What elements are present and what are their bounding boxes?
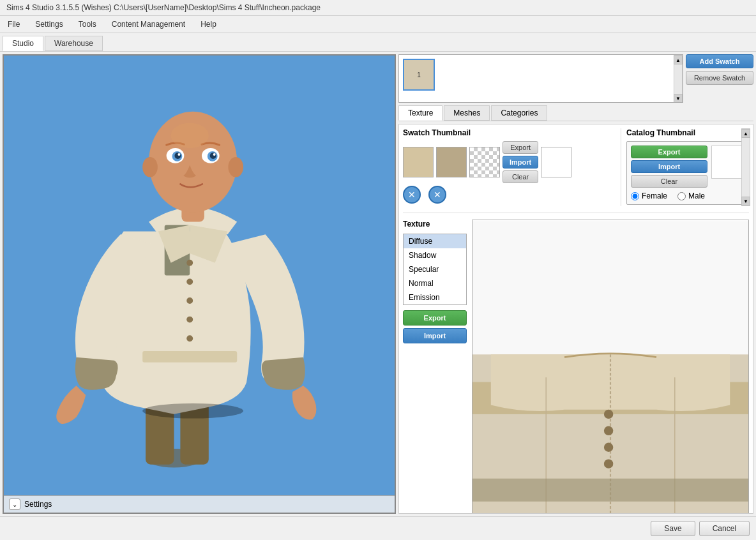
texture-bottom: Texture Diffuse Shadow Specular Normal E… (403, 220, 749, 514)
settings-chevron-btn[interactable]: ⌄ (9, 499, 20, 510)
texture-list-section: Texture Diffuse Shadow Specular Normal E… (403, 220, 467, 514)
save-button[interactable]: Save (651, 521, 695, 536)
tab-categories[interactable]: Categories (491, 105, 547, 121)
tab-warehouse[interactable]: Warehouse (45, 36, 103, 51)
texture-list: Diffuse Shadow Specular Normal Emission (403, 234, 467, 305)
catalog-scrollbar[interactable]: ▲ ▼ (741, 128, 750, 206)
main-content: ⌄ Settings 1 ▲ ▼ Add Swatch (0, 52, 756, 516)
catalog-clear-btn[interactable]: Clear (631, 175, 707, 188)
svg-point-7 (186, 317, 193, 323)
svg-point-34 (604, 426, 613, 435)
swatch-x-btn-1[interactable]: ✕ (403, 186, 421, 204)
texture-item-emission[interactable]: Emission (404, 290, 466, 304)
radio-male-input[interactable] (677, 192, 686, 200)
texture-preview-area (472, 220, 749, 514)
svg-point-12 (142, 157, 158, 177)
catalog-import-btn[interactable]: Import (631, 160, 707, 173)
bottom-bar: Save Cancel (0, 516, 756, 540)
radio-female-input[interactable] (631, 192, 639, 200)
menu-file[interactable]: File (5, 19, 22, 30)
character-model (4, 56, 395, 495)
svg-point-36 (604, 459, 613, 468)
swatch-item-1[interactable]: 1 (403, 59, 435, 91)
catalog-thumb-controls: Export Import Clear (631, 146, 745, 188)
swatch-thumb-shadow[interactable] (436, 147, 467, 177)
swatch-buttons: Add Swatch Remove Swatch (686, 54, 753, 103)
remove-swatch-button[interactable]: Remove Swatch (686, 71, 753, 85)
catalog-export-btn[interactable]: Export (631, 146, 707, 158)
svg-point-35 (604, 443, 613, 452)
catalog-thumb-preview[interactable] (711, 146, 745, 179)
add-swatch-button[interactable]: Add Swatch (686, 54, 753, 68)
scroll-down-btn[interactable]: ▼ (674, 94, 683, 103)
swatch-scrollbar[interactable]: ▲ ▼ (674, 55, 683, 103)
right-tabs-bar: Texture Meshes Categories (398, 105, 753, 121)
swatch-thumb-specular[interactable] (469, 147, 500, 177)
settings-label: Settings (24, 500, 52, 509)
swatch-icon-row: ✕ ✕ (403, 186, 616, 204)
svg-rect-9 (142, 351, 237, 363)
texture-export-btn[interactable]: Export (403, 310, 467, 326)
swatch-list: 1 (399, 55, 674, 102)
swatch-x-btn-2[interactable]: ✕ (428, 186, 446, 204)
scroll-up-btn[interactable]: ▲ (674, 56, 683, 64)
swatch-thumb-diffuse[interactable] (403, 147, 434, 177)
texture-section-title: Texture (403, 220, 467, 229)
viewport-settings-bar: ⌄ Settings (4, 495, 395, 513)
swatch-thumb-row: Export Import Clear (403, 141, 616, 183)
tab-texture[interactable]: Texture (398, 105, 442, 121)
svg-point-19 (210, 153, 216, 159)
cancel-button[interactable]: Cancel (699, 521, 750, 536)
catalog-thumbnail-area: Catalog Thumbnail Export Import Clear (621, 128, 749, 206)
swatch-thumbnail-area: Swatch Thumbnail Export Import Clear (403, 128, 621, 206)
swatch-area: 1 ▲ ▼ Add Swatch Remove Swatch (398, 54, 753, 103)
svg-point-8 (186, 335, 193, 341)
svg-point-21 (213, 153, 216, 156)
svg-point-5 (186, 278, 193, 285)
gender-radio-group: Female Male (631, 191, 745, 200)
right-panel: 1 ▲ ▼ Add Swatch Remove Swatch Texture M… (398, 54, 753, 514)
menu-settings[interactable]: Settings (33, 19, 65, 30)
texture-panel: Swatch Thumbnail Export Import Clear (398, 124, 753, 514)
svg-point-4 (186, 260, 193, 266)
svg-rect-24 (472, 221, 748, 354)
texture-item-specular[interactable]: Specular (404, 262, 466, 276)
radio-male-label[interactable]: Male (677, 191, 705, 200)
radio-female-text: Female (642, 191, 667, 200)
menu-tools[interactable]: Tools (76, 19, 99, 30)
svg-point-23 (142, 403, 243, 419)
texture-item-normal[interactable]: Normal (404, 276, 466, 290)
menu-content-management[interactable]: Content Management (109, 19, 188, 30)
catalog-scroll-up[interactable]: ▲ (741, 129, 750, 138)
texture-btn-group: Export Import (403, 310, 467, 343)
texture-item-diffuse[interactable]: Diffuse (404, 234, 466, 248)
menu-help[interactable]: Help (198, 19, 219, 30)
swatch-thumb-actions: Export Import Clear (503, 141, 538, 183)
title-text: Sims 4 Studio 3.1.5.5 (Wishes) C:\Users\… (6, 3, 321, 12)
swatch-import-btn[interactable]: Import (503, 156, 538, 169)
svg-point-22 (171, 123, 209, 148)
svg-point-6 (186, 297, 193, 304)
viewport-canvas (4, 56, 395, 495)
radio-male-text: Male (688, 191, 705, 200)
texture-import-btn[interactable]: Import (403, 328, 467, 343)
swatch-thumbnail-title: Swatch Thumbnail (403, 128, 616, 137)
catalog-thumb-box: Export Import Clear Female (626, 141, 749, 205)
tab-meshes[interactable]: Meshes (444, 105, 490, 121)
viewport-panel: ⌄ Settings (3, 54, 396, 514)
swatch-export-btn[interactable]: Export (503, 141, 538, 154)
swatch-clear-btn[interactable]: Clear (503, 170, 538, 183)
svg-point-13 (228, 157, 243, 177)
radio-female-label[interactable]: Female (631, 191, 667, 200)
svg-point-18 (175, 153, 181, 159)
tab-studio[interactable]: Studio (3, 36, 43, 51)
swatch-thumb-normal[interactable] (541, 147, 571, 177)
divider (403, 213, 749, 213)
texture-item-shadow[interactable]: Shadow (404, 248, 466, 262)
catalog-scroll-down[interactable]: ▼ (741, 197, 750, 206)
main-tabs: Studio Warehouse (0, 33, 756, 52)
svg-point-20 (178, 153, 180, 156)
svg-point-33 (604, 410, 613, 419)
svg-rect-32 (472, 479, 748, 502)
title-bar: Sims 4 Studio 3.1.5.5 (Wishes) C:\Users\… (0, 0, 756, 16)
